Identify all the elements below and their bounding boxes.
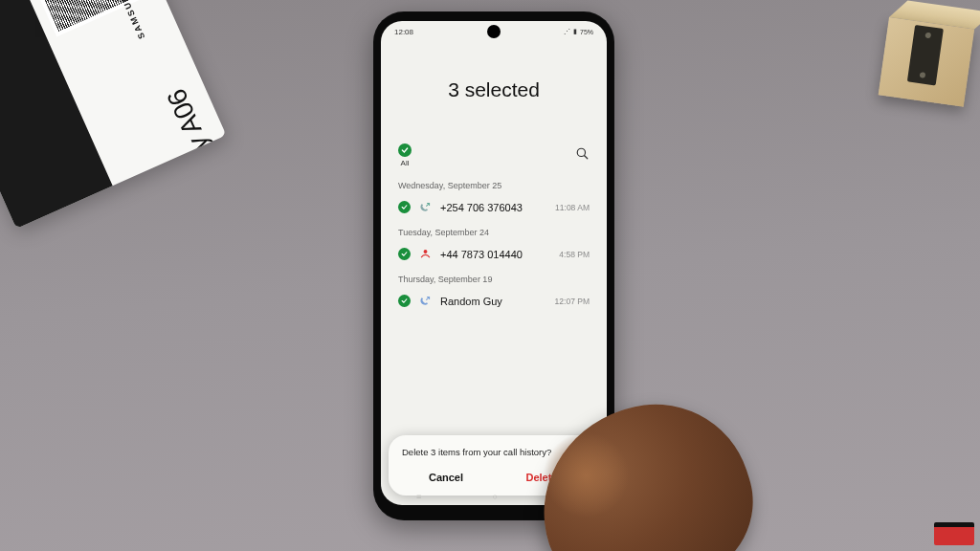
check-icon: [398, 295, 411, 307]
missed-call-icon: [419, 248, 432, 260]
check-icon: [398, 248, 411, 260]
product-box: SAMSUNG Galaxy A06: [0, 0, 226, 229]
wifi-icon: ⋰: [564, 28, 570, 35]
search-icon[interactable]: [575, 146, 590, 165]
phone-screen: 12:08 ⋰ ▮ 75% 3 selected All Wednesday, …: [381, 21, 607, 505]
camera-notch: [487, 25, 501, 38]
check-icon: [398, 201, 411, 213]
select-all-label: All: [401, 159, 410, 167]
status-time: 12:08: [394, 28, 413, 36]
call-time: 11:08 AM: [555, 203, 590, 212]
date-header: Tuesday, September 24: [381, 220, 607, 241]
call-contact: Random Guy: [440, 296, 546, 307]
outgoing-call-icon: [419, 295, 432, 307]
svg-line-1: [585, 156, 588, 159]
wood-block: [858, 0, 980, 114]
cancel-button[interactable]: Cancel: [398, 467, 494, 488]
recents-nav-icon[interactable]: ≡: [416, 492, 421, 501]
date-header: Thursday, September 19: [381, 267, 607, 288]
select-all-toggle[interactable]: All: [398, 143, 412, 167]
call-row[interactable]: +44 7873 014440 4:58 PM: [381, 241, 607, 267]
svg-point-2: [424, 250, 428, 253]
outgoing-call-icon: [419, 201, 432, 213]
call-row[interactable]: Random Guy 12:07 PM: [381, 288, 607, 314]
call-time: 4:58 PM: [559, 250, 590, 259]
watermark: [934, 522, 974, 545]
signal-icon: ▮: [573, 28, 577, 35]
date-header: Wednesday, September 25: [381, 173, 607, 194]
call-row[interactable]: +254 706 376043 11:08 AM: [381, 194, 607, 220]
battery-text: 75%: [580, 29, 593, 35]
check-icon: [398, 143, 412, 157]
box-model: Galaxy A06: [161, 84, 226, 217]
call-time: 12:07 PM: [555, 297, 590, 306]
call-number: +44 7873 014440: [440, 249, 550, 260]
svg-point-0: [577, 148, 585, 156]
home-nav-icon[interactable]: ○: [492, 492, 497, 501]
page-title: 3 selected: [381, 42, 607, 143]
call-number: +254 706 376043: [440, 202, 546, 213]
